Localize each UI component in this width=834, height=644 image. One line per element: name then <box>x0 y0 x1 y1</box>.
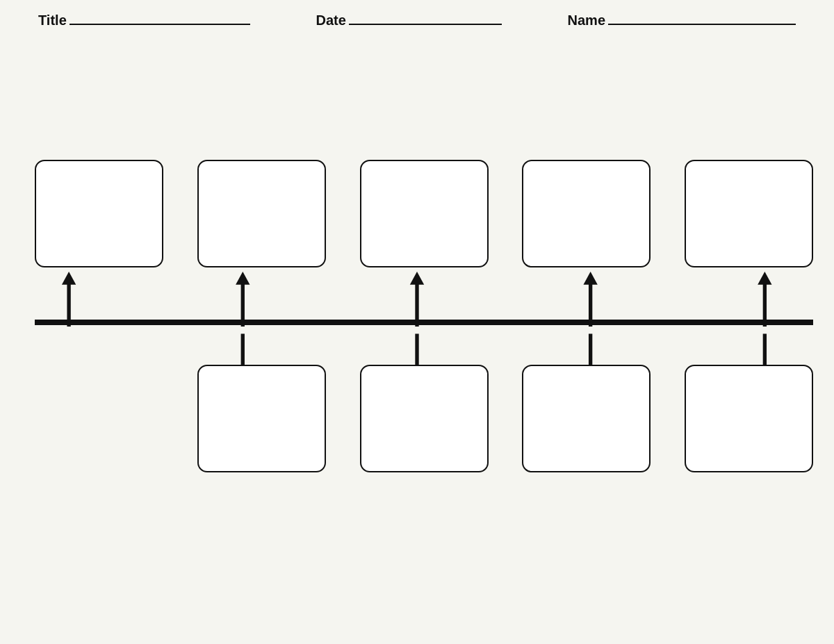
top-box-1[interactable] <box>35 160 163 267</box>
svg-marker-5 <box>410 272 424 285</box>
top-box-4[interactable] <box>522 160 651 267</box>
title-label: Title <box>38 13 250 28</box>
bottom-boxes-row <box>35 365 813 472</box>
svg-marker-9 <box>758 272 771 285</box>
svg-marker-3 <box>236 272 250 285</box>
top-box-2[interactable] <box>197 160 326 267</box>
timeline-area <box>0 104 834 602</box>
svg-marker-1 <box>62 272 76 285</box>
date-label: Date <box>316 13 501 28</box>
page: Title Date Name <box>0 0 834 644</box>
top-boxes-row <box>35 160 813 267</box>
header: Title Date Name <box>0 0 834 35</box>
top-box-3[interactable] <box>360 160 489 267</box>
timeline-bar <box>35 320 813 325</box>
bottom-box-3[interactable] <box>522 365 651 472</box>
name-label: Name <box>568 13 796 28</box>
bottom-box-1[interactable] <box>197 365 326 472</box>
top-box-5[interactable] <box>685 160 813 267</box>
bottom-box-4[interactable] <box>685 365 813 472</box>
svg-marker-7 <box>583 272 597 285</box>
bottom-box-2[interactable] <box>360 365 489 472</box>
